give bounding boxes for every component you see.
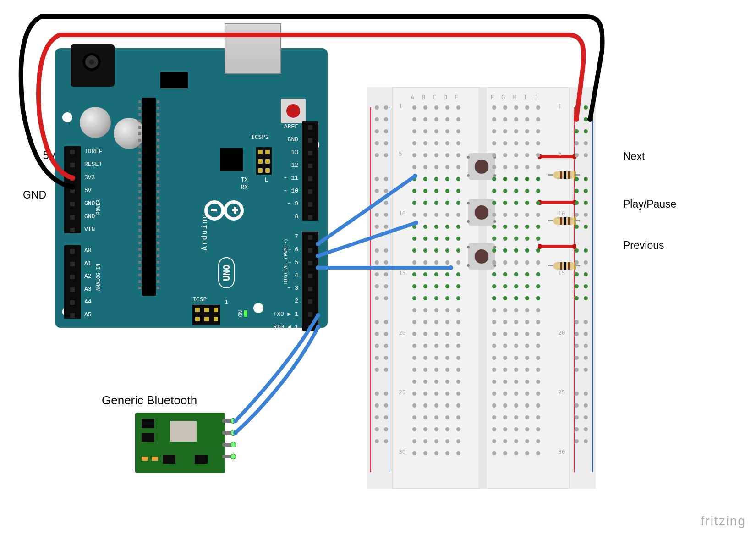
tie-point[interactable] [503, 403, 507, 408]
tie-point[interactable] [536, 225, 540, 229]
bt-pin-1[interactable] [222, 419, 232, 423]
tie-point[interactable] [445, 105, 449, 110]
tie-point[interactable] [536, 141, 540, 145]
tie-point[interactable] [423, 403, 427, 408]
bt-pin-2[interactable] [222, 431, 232, 435]
tie-point[interactable] [445, 356, 449, 360]
rail-point[interactable] [575, 225, 579, 229]
tie-point[interactable] [434, 284, 438, 288]
rail-point[interactable] [575, 332, 579, 336]
rail-point[interactable] [575, 117, 579, 121]
rail-point[interactable] [584, 368, 588, 372]
tie-point[interactable] [445, 117, 449, 121]
rail-point[interactable] [375, 368, 379, 372]
tie-point[interactable] [445, 284, 449, 288]
tie-point[interactable] [514, 225, 518, 229]
tie-point[interactable] [434, 153, 438, 157]
tie-point[interactable] [434, 344, 438, 348]
tie-point[interactable] [445, 427, 449, 431]
rail-point[interactable] [584, 189, 588, 193]
rail-point[interactable] [384, 153, 388, 157]
tie-point[interactable] [456, 320, 460, 324]
rail-point[interactable] [384, 105, 388, 110]
tie-point[interactable] [492, 153, 496, 157]
tie-point[interactable] [434, 415, 438, 419]
tie-point[interactable] [514, 248, 518, 253]
rail-point[interactable] [384, 141, 388, 145]
tie-point[interactable] [434, 368, 438, 372]
tie-point[interactable] [445, 403, 449, 408]
rail-point[interactable] [584, 117, 588, 121]
tie-point[interactable] [434, 320, 438, 324]
tie-point[interactable] [434, 308, 438, 312]
tie-point[interactable] [456, 403, 460, 408]
tie-point[interactable] [525, 403, 529, 408]
reset-button[interactable] [281, 99, 306, 123]
rail-point[interactable] [384, 368, 388, 372]
tie-point[interactable] [514, 129, 518, 133]
tie-point[interactable] [423, 368, 427, 372]
tie-point[interactable] [412, 129, 416, 133]
rail-point[interactable] [384, 177, 388, 181]
rail-point[interactable] [375, 392, 379, 396]
tie-point[interactable] [536, 213, 540, 217]
tie-point[interactable] [456, 415, 460, 419]
tie-point[interactable] [434, 248, 438, 253]
bt-pin-4[interactable] [222, 455, 232, 458]
tie-point[interactable] [423, 153, 427, 157]
tie-point[interactable] [503, 177, 507, 181]
rail-point[interactable] [575, 284, 579, 288]
tie-point[interactable] [514, 260, 518, 265]
tie-point[interactable] [492, 427, 496, 431]
bt-pin-3[interactable] [222, 443, 232, 447]
rail-point[interactable] [375, 117, 379, 121]
tie-point[interactable] [412, 308, 416, 312]
tie-point[interactable] [423, 439, 427, 443]
tie-point[interactable] [492, 332, 496, 336]
tie-point[interactable] [536, 260, 540, 265]
tie-point[interactable] [514, 320, 518, 324]
tie-point[interactable] [412, 201, 416, 205]
rail-point[interactable] [384, 117, 388, 121]
rail-point[interactable] [584, 403, 588, 408]
tie-point[interactable] [514, 189, 518, 193]
tie-point[interactable] [434, 380, 438, 384]
tie-point[interactable] [445, 308, 449, 312]
rail-point[interactable] [375, 403, 379, 408]
tie-point[interactable] [456, 237, 460, 241]
rail-point[interactable] [584, 344, 588, 348]
tie-point[interactable] [514, 284, 518, 288]
rail-point[interactable] [584, 356, 588, 360]
tie-point[interactable] [503, 248, 507, 253]
rail-point[interactable] [584, 213, 588, 217]
tie-point[interactable] [445, 344, 449, 348]
tie-point[interactable] [445, 320, 449, 324]
rail-point[interactable] [384, 248, 388, 253]
tie-point[interactable] [514, 177, 518, 181]
tie-point[interactable] [514, 344, 518, 348]
rail-point[interactable] [584, 177, 588, 181]
rail-point[interactable] [384, 129, 388, 133]
tie-point[interactable] [412, 380, 416, 384]
rail-point[interactable] [375, 129, 379, 133]
tie-point[interactable] [445, 237, 449, 241]
tie-point[interactable] [525, 272, 529, 276]
tie-point[interactable] [423, 380, 427, 384]
tie-point[interactable] [514, 237, 518, 241]
tie-point[interactable] [445, 165, 449, 169]
tie-point[interactable] [514, 392, 518, 396]
tie-point[interactable] [412, 403, 416, 408]
tie-point[interactable] [423, 260, 427, 265]
tie-point[interactable] [536, 344, 540, 348]
tie-point[interactable] [536, 284, 540, 288]
rail-point[interactable] [384, 201, 388, 205]
tie-point[interactable] [456, 225, 460, 229]
rail-point[interactable] [575, 201, 579, 205]
tie-point[interactable] [492, 308, 496, 312]
rail-point[interactable] [375, 284, 379, 288]
tie-point[interactable] [503, 451, 507, 455]
tie-point[interactable] [536, 308, 540, 312]
tie-point[interactable] [423, 237, 427, 241]
tie-point[interactable] [456, 368, 460, 372]
tie-point[interactable] [492, 296, 496, 300]
